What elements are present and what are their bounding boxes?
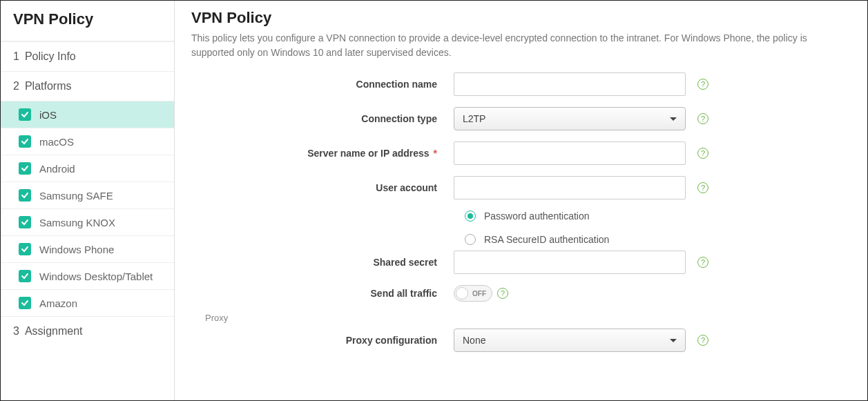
- required-mark: *: [434, 148, 437, 159]
- label-server-name: Server name or IP address *: [191, 148, 454, 159]
- label-user-account: User account: [191, 182, 454, 193]
- sidebar-step-assignment[interactable]: 3 Assignment: [1, 316, 174, 346]
- sidebar-item-label: Samsung KNOX: [39, 217, 115, 228]
- select-value: None: [463, 335, 485, 346]
- shared-secret-input[interactable]: [454, 251, 686, 274]
- proxy-configuration-select[interactable]: None: [454, 329, 686, 352]
- sidebar: VPN Policy 1 Policy Info 2 Platforms iOS…: [1, 1, 175, 400]
- sidebar-item-samsung-knox[interactable]: Samsung KNOX: [1, 208, 174, 235]
- sidebar-item-label: Amazon: [39, 297, 77, 309]
- row-auth-method: Password authentication RSA SecureID aut…: [191, 211, 851, 245]
- check-icon: [19, 270, 31, 282]
- step-label: Assignment: [25, 325, 83, 338]
- step-number: 2: [13, 80, 19, 92]
- main-content: VPN Policy This policy lets you configur…: [175, 1, 867, 400]
- toggle-label: OFF: [472, 290, 486, 297]
- chevron-down-icon: [670, 117, 677, 121]
- connection-type-select[interactable]: L2TP: [454, 107, 686, 130]
- sidebar-item-label: Samsung SAFE: [39, 190, 113, 202]
- help-icon[interactable]: ?: [497, 288, 508, 299]
- label-proxy-configuration: Proxy configuration: [191, 335, 454, 346]
- step-number: 3: [13, 325, 19, 338]
- label-connection-type: Connection type: [191, 113, 454, 124]
- row-proxy-configuration: Proxy configuration None ?: [191, 329, 851, 352]
- radio-icon: [465, 211, 476, 222]
- check-icon: [19, 216, 31, 228]
- label-text: Server name or IP address: [307, 148, 429, 159]
- row-user-account: User account ?: [191, 176, 851, 199]
- auth-radio-group: Password authentication RSA SecureID aut…: [454, 211, 851, 245]
- step-label: Policy Info: [25, 50, 76, 63]
- step-number: 1: [13, 50, 19, 63]
- sidebar-item-label: Windows Phone: [39, 244, 114, 255]
- sidebar-item-label: Android: [39, 163, 75, 175]
- sidebar-item-macos[interactable]: macOS: [1, 128, 174, 155]
- check-icon: [19, 189, 31, 202]
- check-icon: [19, 108, 31, 121]
- platform-list: iOS macOS Android Samsung SAFE: [1, 101, 174, 316]
- sidebar-title: VPN Policy: [1, 1, 174, 41]
- sidebar-step-platforms[interactable]: 2 Platforms: [1, 71, 174, 101]
- sidebar-item-windows-phone[interactable]: Windows Phone: [1, 235, 174, 262]
- sidebar-item-samsung-safe[interactable]: Samsung SAFE: [1, 182, 174, 208]
- sidebar-item-android[interactable]: Android: [1, 155, 174, 182]
- radio-icon: [465, 234, 476, 245]
- row-server-name: Server name or IP address * ?: [191, 141, 851, 165]
- page-description: This policy lets you configure a VPN con…: [191, 31, 851, 60]
- help-icon[interactable]: ?: [697, 182, 708, 193]
- radio-password-auth[interactable]: Password authentication: [465, 211, 851, 222]
- check-icon: [19, 135, 31, 148]
- check-icon: [19, 297, 31, 309]
- user-account-input[interactable]: [454, 176, 686, 199]
- toggle-knob: [456, 287, 468, 300]
- row-connection-type: Connection type L2TP ?: [191, 107, 851, 130]
- server-name-input[interactable]: [454, 141, 686, 165]
- radio-rsa-auth[interactable]: RSA SecureID authentication: [465, 234, 851, 245]
- section-proxy-label: Proxy: [205, 313, 851, 323]
- sidebar-item-label: iOS: [39, 109, 57, 121]
- help-icon[interactable]: ?: [697, 257, 708, 268]
- check-icon: [19, 162, 31, 175]
- radio-label: RSA SecureID authentication: [484, 234, 609, 245]
- page-title: VPN Policy: [191, 9, 851, 27]
- label-connection-name: Connection name: [191, 79, 454, 90]
- check-icon: [19, 243, 31, 255]
- sidebar-item-ios[interactable]: iOS: [1, 101, 174, 128]
- row-connection-name: Connection name ?: [191, 72, 851, 96]
- sidebar-item-amazon[interactable]: Amazon: [1, 289, 174, 316]
- label-shared-secret: Shared secret: [191, 257, 454, 268]
- step-label: Platforms: [25, 80, 72, 92]
- label-send-all-traffic: Send all traffic: [191, 288, 454, 299]
- sidebar-step-policy-info[interactable]: 1 Policy Info: [1, 41, 174, 71]
- sidebar-item-label: macOS: [39, 136, 74, 148]
- connection-name-input[interactable]: [454, 72, 686, 96]
- select-value: L2TP: [463, 113, 485, 124]
- help-icon[interactable]: ?: [697, 335, 708, 346]
- chevron-down-icon: [670, 339, 677, 342]
- radio-label: Password authentication: [484, 211, 590, 222]
- row-shared-secret: Shared secret ?: [191, 251, 851, 274]
- sidebar-item-windows-desktop-tablet[interactable]: Windows Desktop/Tablet: [1, 262, 174, 289]
- sidebar-item-label: Windows Desktop/Tablet: [39, 271, 153, 282]
- help-icon[interactable]: ?: [697, 148, 708, 159]
- help-icon[interactable]: ?: [697, 113, 708, 124]
- row-send-all-traffic: Send all traffic OFF ?: [191, 285, 851, 302]
- help-icon[interactable]: ?: [697, 79, 708, 90]
- send-all-traffic-toggle[interactable]: OFF: [454, 285, 492, 302]
